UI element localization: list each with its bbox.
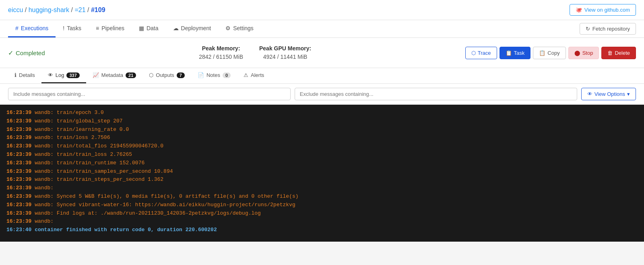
tasks-icon: !	[63, 25, 64, 31]
refresh-icon: ↻	[586, 26, 590, 32]
deployment-icon: ☁	[173, 25, 179, 31]
fetch-repository-button[interactable]: ↻ Fetch repository	[580, 23, 636, 35]
executions-icon: #	[15, 25, 19, 31]
log-container[interactable]: 16:23:39 wandb: train/epoch 3.016:23:39 …	[0, 105, 644, 242]
copy-icon: 📋	[539, 50, 545, 56]
chevron-down-icon: ▾	[627, 91, 630, 97]
breadcrumb-org[interactable]: eiccu	[8, 6, 23, 13]
pipelines-icon: ≡	[96, 25, 99, 31]
stop-icon: ⬤	[574, 50, 580, 56]
stop-button[interactable]: ⬤ Stop	[568, 47, 599, 59]
notes-badge: 0	[223, 72, 231, 78]
execution-header: ✓ Completed Peak Memory: 2842 / 61150 Mi…	[0, 38, 644, 68]
log-line: 16:23:39 wandb: train/total_flos 2194559…	[6, 142, 638, 151]
nav-tabs-left: # Executions ! Tasks ≡ Pipelines ▦ Data …	[8, 20, 261, 37]
nav-tab-deployment[interactable]: ☁ Deployment	[166, 20, 219, 37]
log-line: 16:23:39 wandb: train/train_steps_per_se…	[6, 176, 638, 184]
breadcrumb-repo[interactable]: hugging-shark	[29, 6, 69, 13]
alert-icon: ⚠	[244, 72, 248, 78]
log-line: 16:23:39 wandb:	[6, 217, 638, 226]
sub-tab-notes[interactable]: 📄 Notes 0	[191, 68, 237, 83]
log-line: 16:23:39 wandb: Find logs at: ./wandb/ru…	[6, 209, 638, 218]
sub-tab-log[interactable]: 👁 Log 337	[41, 68, 86, 83]
breadcrumb-run[interactable]: =21	[74, 6, 85, 13]
sub-tab-metadata[interactable]: 📈 Metadata 21	[86, 68, 142, 83]
peak-gpu-memory-block: Peak GPU Memory: 4924 / 11441 MiB	[259, 44, 311, 61]
nav-tab-executions[interactable]: # Executions	[8, 20, 56, 37]
settings-icon: ⚙	[225, 25, 231, 31]
sub-tab-alerts[interactable]: ⚠ Alerts	[237, 68, 270, 83]
status-badge: ✓ Completed	[8, 49, 45, 57]
view-github-button[interactable]: 🐙 View on github.com	[570, 4, 636, 16]
log-badge: 337	[66, 72, 79, 78]
action-buttons: ⬡ Trace 📋 Task 📋 Copy ⬤ Stop 🗑 Delete	[465, 47, 636, 59]
nav-tab-settings[interactable]: ⚙ Settings	[218, 20, 261, 37]
view-options-button[interactable]: 👁 View Options ▾	[581, 88, 636, 100]
nav-tab-tasks[interactable]: ! Tasks	[56, 20, 89, 37]
log-line: 16:23:39 wandb: Synced 5 W&B file(s), 0 …	[6, 193, 638, 201]
trace-icon: ⬡	[471, 50, 476, 56]
output-icon: ⬡	[149, 72, 153, 78]
log-line: 16:23:39 wandb: train/train_runtime 152.…	[6, 159, 638, 168]
sub-tab-details[interactable]: ℹ Details	[8, 68, 41, 83]
notes-icon: 📄	[198, 72, 204, 78]
copy-button[interactable]: 📋 Copy	[533, 47, 566, 59]
eye-options-icon: 👁	[587, 91, 592, 97]
trace-button[interactable]: ⬡ Trace	[465, 47, 497, 59]
log-line: 16:23:39 wandb: train/train_samples_per_…	[6, 168, 638, 176]
info-icon: ℹ	[14, 72, 17, 78]
filter-row: 👁 View Options ▾	[0, 84, 644, 105]
log-line: 16:23:39 wandb:	[6, 184, 638, 193]
nav-tabs: # Executions ! Tasks ≡ Pipelines ▦ Data …	[0, 20, 644, 38]
outputs-badge: 7	[177, 72, 185, 78]
exclude-filter-input[interactable]	[295, 88, 577, 100]
task-icon: 📋	[506, 50, 512, 56]
log-line: 16:23:39 wandb: train/learning_rate 0.0	[6, 126, 638, 134]
nav-tab-pipelines[interactable]: ≡ Pipelines	[89, 20, 132, 37]
eye-icon: 👁	[48, 72, 53, 78]
chart-icon: 📈	[93, 72, 99, 78]
delete-button[interactable]: 🗑 Delete	[601, 47, 636, 59]
check-circle-icon: ✓	[8, 49, 13, 57]
breadcrumb: eiccu / hugging-shark / =21 / #109	[8, 6, 105, 14]
github-icon: 🐙	[576, 7, 582, 13]
nav-tab-data[interactable]: ▦ Data	[132, 20, 166, 37]
log-line: 16:23:39 wandb: Synced vibrant-water-16:…	[6, 201, 638, 209]
include-filter-input[interactable]	[8, 88, 291, 100]
trash-icon: 🗑	[607, 50, 613, 56]
log-line: 16:23:39 wandb: train/loss 2.7506	[6, 134, 638, 142]
data-icon: ▦	[139, 25, 144, 31]
metadata-badge: 21	[126, 72, 136, 78]
log-line: 16:23:39 wandb: train/global_step 207	[6, 117, 638, 126]
log-line: 16:23:39 wandb: train/train_loss 2.76265	[6, 151, 638, 159]
sub-tabs: ℹ Details 👁 Log 337 📈 Metadata 21 ⬡ Outp…	[0, 68, 644, 84]
top-bar: eiccu / hugging-shark / =21 / #109 🐙 Vie…	[0, 0, 644, 20]
memory-section: Peak Memory: 2842 / 61150 MiB Peak GPU M…	[199, 44, 311, 61]
task-button[interactable]: 📋 Task	[500, 47, 531, 59]
breadcrumb-execution: #109	[91, 6, 105, 13]
sub-tab-outputs[interactable]: ⬡ Outputs 7	[142, 68, 191, 83]
peak-memory-block: Peak Memory: 2842 / 61150 MiB	[199, 44, 243, 61]
log-line: 16:23:40 container finished with return …	[6, 226, 638, 234]
log-line: 16:23:39 wandb: train/epoch 3.0	[6, 109, 638, 117]
